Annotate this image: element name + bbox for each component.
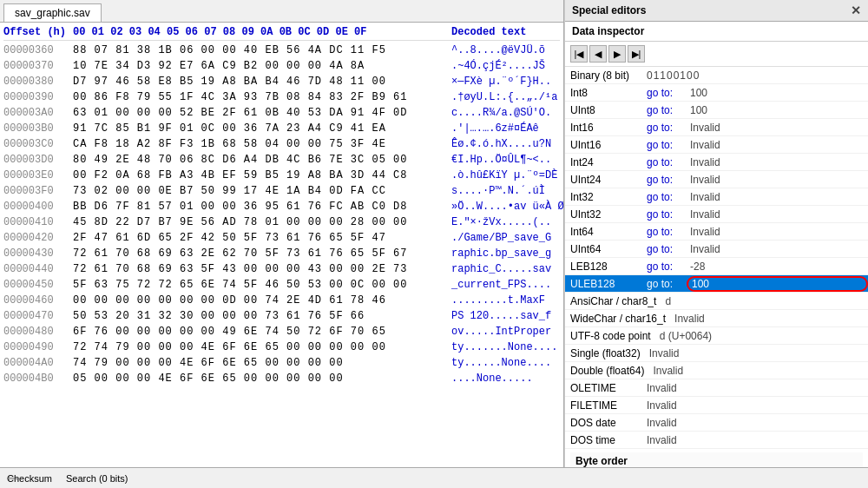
binary-value: 01100100 xyxy=(643,68,703,83)
row-decoded: ty......None.... xyxy=(437,355,563,371)
row-bytes: 63 01 00 00 00 52 BE 2F 61 0B 40 53 DA 9… xyxy=(73,105,437,121)
nav-next-button[interactable]: ▶ xyxy=(608,45,626,63)
row-offset: 00000440 xyxy=(3,261,73,277)
close-button[interactable]: ✕ xyxy=(851,3,861,17)
tab-bar: sav_graphic.sav xyxy=(0,0,563,23)
hex-row[interactable]: 00000360 88 07 81 38 1B 06 00 00 40 EB 5… xyxy=(3,43,560,58)
goto-link[interactable]: go to: xyxy=(643,155,687,170)
inspector-row: UInt8go to:100 xyxy=(565,102,868,119)
goto-link[interactable]: go to: xyxy=(643,102,687,118)
inspector-row-label: Double (float64) xyxy=(565,363,649,379)
hex-row[interactable]: 00000380 D7 97 46 58 E8 B5 19 A8 BA B4 4… xyxy=(3,74,560,89)
file-tab[interactable]: sav_graphic.sav xyxy=(3,3,102,22)
row-offset: 000004A0 xyxy=(3,355,73,371)
row-offset: 00000480 xyxy=(3,324,73,340)
hex-row[interactable]: 00000470 50 53 20 31 32 30 00 00 00 73 6… xyxy=(3,308,560,324)
goto-link[interactable]: go to: xyxy=(643,189,687,205)
row-offset: 00000400 xyxy=(3,199,73,214)
nav-first-button[interactable]: |◀ xyxy=(570,45,588,63)
hex-row[interactable]: 00000460 00 00 00 00 00 00 00 0D 00 74 2… xyxy=(3,293,560,308)
hex-row[interactable]: 00000450 5F 63 75 72 72 65 6E 74 5F 46 5… xyxy=(3,277,560,293)
inspector-row: Int32go to:Invalid xyxy=(565,188,868,206)
goto-link[interactable]: go to: xyxy=(643,276,687,292)
inspector-row: AnsiChar / char8_td xyxy=(565,293,868,310)
hex-header: Offset (h) 00 01 02 03 04 05 06 07 08 09… xyxy=(3,24,560,41)
inspector-row-value: 100 xyxy=(687,276,868,292)
inspector-row: Int24go to:Invalid xyxy=(565,154,868,171)
hex-row[interactable]: 000004B0 05 00 00 00 4E 6F 6E 65 00 00 0… xyxy=(3,371,560,386)
row-offset: 00000460 xyxy=(3,293,73,308)
hex-panel: sav_graphic.sav Offset (h) 00 01 02 03 0… xyxy=(0,0,564,467)
row-bytes: 72 61 70 68 69 63 2E 62 70 5F 73 61 76 6… xyxy=(73,246,437,261)
inspector-row-label: ULEB128 xyxy=(565,276,643,292)
row-decoded: PS 120.....sav_f xyxy=(437,308,563,324)
inspector-row-value: Invalid xyxy=(646,346,868,361)
row-decoded: ./Game/BP_save_G xyxy=(437,230,563,246)
goto-link[interactable]: go to: xyxy=(643,85,687,101)
goto-link[interactable]: go to: xyxy=(643,259,687,274)
inspector-table: Binary (8 bit) 01100100 Int8go to:100UIn… xyxy=(565,67,868,467)
inspector-row: Int8go to:100 xyxy=(565,84,868,102)
inspector-row-label: UInt32 xyxy=(565,207,643,222)
inspector-row-label: WideChar / char16_t xyxy=(565,311,671,326)
hex-row[interactable]: 000003A0 63 01 00 00 00 52 BE 2F 61 0B 4… xyxy=(3,105,560,121)
hex-row[interactable]: 00000410 45 8D 22 D7 B7 9E 56 AD 78 01 0… xyxy=(3,214,560,230)
hex-content[interactable]: Offset (h) 00 01 02 03 04 05 06 07 08 09… xyxy=(0,23,563,467)
hex-row[interactable]: 000003C0 CA F8 18 A2 8F F3 1B 68 58 04 0… xyxy=(3,136,560,152)
row-bytes: 10 7E 34 D3 92 E7 6A C9 B2 00 00 00 4A 8… xyxy=(73,58,437,74)
inspector-row-value: Invalid xyxy=(643,415,868,431)
inspector-row-value: d xyxy=(661,293,868,309)
hex-row[interactable]: 000003E0 00 F2 0A 68 FB A3 4B EF 59 B5 1… xyxy=(3,168,560,183)
row-decoded: ×—FXè µ.¨º´F}H.. xyxy=(437,74,563,89)
row-bytes: 6F 76 00 00 00 00 00 49 6E 74 50 72 6F 7… xyxy=(73,324,437,340)
row-decoded: _current_FPS.... xyxy=(437,277,563,293)
hex-row[interactable]: 000004A0 74 79 00 00 00 4E 6F 6E 65 00 0… xyxy=(3,355,560,371)
resize-handle: ⟺ xyxy=(7,473,19,483)
hex-row[interactable]: 00000430 72 61 70 68 69 63 2E 62 70 5F 7… xyxy=(3,246,560,261)
binary-row: Binary (8 bit) 01100100 xyxy=(565,67,868,84)
goto-link[interactable]: go to: xyxy=(643,224,687,240)
row-offset: 00000490 xyxy=(3,340,73,355)
hex-row[interactable]: 000003F0 73 02 00 00 0E B7 50 99 17 4E 1… xyxy=(3,183,560,199)
inspector-row-value: Invalid xyxy=(687,241,868,257)
goto-link[interactable]: go to: xyxy=(643,172,687,188)
hex-row[interactable]: 00000370 10 7E 34 D3 92 E7 6A C9 B2 00 0… xyxy=(3,58,560,74)
row-bytes: 91 7C 85 B1 9F 01 0C 00 36 7A 23 A4 C9 4… xyxy=(73,121,437,136)
data-inspector-tab[interactable]: Data inspector xyxy=(565,22,868,42)
hex-row[interactable]: 000003D0 80 49 2E 48 70 06 8C D6 A4 DB 4… xyxy=(3,152,560,168)
goto-link[interactable]: go to: xyxy=(643,207,687,222)
inspector-row-label: Int8 xyxy=(565,85,643,101)
inspector-row-label: OLETIME xyxy=(565,380,643,396)
goto-link[interactable]: go to: xyxy=(643,241,687,257)
hex-row[interactable]: 00000420 2F 47 61 6D 65 2F 42 50 5F 73 6… xyxy=(3,230,560,246)
inspector-row: Single (float32)Invalid xyxy=(565,345,868,362)
nav-last-button[interactable]: ▶| xyxy=(628,45,645,63)
special-editors-header: Special editors ✕ xyxy=(565,0,868,22)
hex-row[interactable]: 00000480 6F 76 00 00 00 00 00 49 6E 74 5… xyxy=(3,324,560,340)
goto-link[interactable]: go to: xyxy=(643,120,687,135)
inspector-row: WideChar / char16_tInvalid xyxy=(565,310,868,327)
hex-row[interactable]: 00000440 72 61 70 68 69 63 5F 43 00 00 0… xyxy=(3,261,560,277)
hex-row[interactable]: 00000400 BB D6 7F 81 57 01 00 00 36 95 6… xyxy=(3,199,560,214)
row-bytes: 80 49 2E 48 70 06 8C D6 A4 DB 4C B6 7E 3… xyxy=(73,152,437,168)
binary-label: Binary (8 bit) xyxy=(565,68,643,83)
inspector-row-label: DOS date xyxy=(565,415,643,431)
row-decoded: raphic.bp_save_g xyxy=(437,246,563,261)
row-offset: 00000390 xyxy=(3,89,73,105)
row-decoded: .†øyU.L:.{..„./¹a xyxy=(437,89,563,105)
hex-row[interactable]: 00000390 00 86 F8 79 55 1F 4C 3A 93 7B 0… xyxy=(3,89,560,105)
inspector-row-value: 100 xyxy=(687,85,868,101)
header-bytes: 00 01 02 03 04 05 06 07 08 09 0A 0B 0C 0… xyxy=(73,26,437,38)
inspector-row-label: UInt24 xyxy=(565,172,643,188)
row-bytes: 00 00 00 00 00 00 00 0D 00 74 2E 4D 61 7… xyxy=(73,293,437,308)
inspector-row-value: Invalid xyxy=(687,137,868,153)
goto-link[interactable]: go to: xyxy=(643,137,687,153)
row-offset: 00000470 xyxy=(3,308,73,324)
nav-prev-button[interactable]: ◀ xyxy=(589,45,607,63)
hex-row[interactable]: 00000490 72 74 79 00 00 00 4E 6F 6E 65 0… xyxy=(3,340,560,355)
row-offset: 00000370 xyxy=(3,58,73,74)
hex-row[interactable]: 000003B0 91 7C 85 B1 9F 01 0C 00 36 7A 2… xyxy=(3,121,560,136)
inspector-row-value: Invalid xyxy=(643,432,868,448)
inspector-row-value: Invalid xyxy=(643,380,868,396)
byte-order-label: Byte order xyxy=(570,452,863,467)
